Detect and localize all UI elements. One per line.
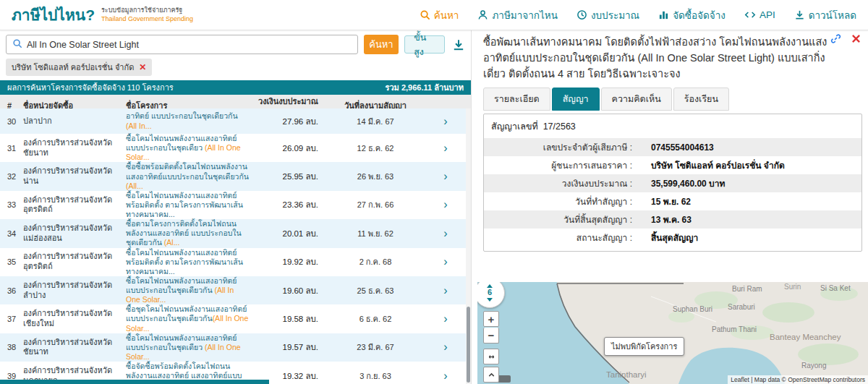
row-number: 35 [0,257,23,266]
row-number: 33 [0,200,23,209]
row-chevron-icon[interactable] [425,227,466,240]
contract-date: 2 ก.ค. 68 [326,255,425,268]
scrollbar-thumb[interactable] [467,307,470,383]
zoom-in-button[interactable]: + [483,311,499,327]
nav-download[interactable]: ดาวน์โหลด [794,7,856,23]
search-match-highlight: (All In... [126,121,152,130]
map-canvas [477,282,868,384]
search-input-icon [12,38,22,51]
agency-name: ปลาปาก [23,116,126,127]
filter-chip[interactable]: บริษัท โซดิแอลท์ คอร์ปอเรชั่น จำกัด ✕ [6,59,152,76]
budget-amount: 27.96 ลบ. [258,115,326,128]
search-box[interactable] [6,35,358,54]
row-chevron-icon[interactable] [425,341,466,354]
row-number: 36 [0,286,23,295]
project-name[interactable]: ซื้อโคมไฟถนนพลังงานแสงอาทิตย์ แบบประกอบใ… [126,276,258,304]
table-scrollbar[interactable] [466,108,471,384]
map-resize-button[interactable] [483,349,499,364]
contract-date: 25 ธ.ค. 63 [326,284,425,297]
project-name[interactable]: ซื้อโคมไฟถนนพลังงานแสงอาทิตย์พร้อมติดตั้… [126,248,258,276]
contract-date: 12 ธ.ค. 62 [326,142,425,155]
code-icon [744,9,756,20]
table-header-row: # ชื่อหน่วยจัดซื้อ ชื่อโครงการ วงเงินงบป… [0,95,471,110]
map-no-coordinates-tooltip: ไม่พบพิกัดโครงการ [604,337,684,356]
budget-amount: 19.58 ลบ. [258,312,326,325]
project-name[interactable]: ซื้อโคมไฟถนนพลังงานแสงอาทิตย์ พร้อมติดตั… [126,191,258,219]
tab-details[interactable]: รายละเอียด [483,88,550,111]
brand-subtitle: ระบบข้อมูลการใช้จ่ายภาครัฐ Thailand Gove… [101,7,193,23]
table-row[interactable]: 34 องค์การบริหารส่วนจังหวัดแม่ฮ่องสอน ซื… [0,219,466,247]
tab-contract[interactable]: สัญญา [552,88,600,111]
project-map[interactable]: Buri Ram Surin Si Sa Ket Suphan Buri Sar… [477,282,868,384]
nav-person[interactable]: ภาษีมาจากไหน [477,7,557,23]
row-number: 31 [0,144,23,153]
zoom-out-button[interactable]: − [483,328,499,344]
nav-code[interactable]: API [744,9,775,20]
download-results-icon[interactable] [452,38,465,51]
row-chevron-icon[interactable] [425,198,466,211]
row-number: 30 [0,117,23,126]
table-bottom-bar [0,380,269,384]
row-chevron-icon[interactable] [425,370,466,383]
nav-bar-chart[interactable]: จัดซื้อจัดจ้าง [658,7,726,23]
search-input[interactable] [27,40,352,50]
table-row[interactable]: 33 องค์การบริหารส่วนจังหวัดอุตรดิตถ์ ซื้… [0,191,466,219]
contract-date: 14 มี.ค. 67 [326,115,425,128]
project-name[interactable]: ซื้อชุดโคมไฟถนนพลังงานแสงอาทิตย์แบบประกอ… [126,304,258,333]
results-total: รวม 2,966.11 ล้านบาท [385,81,464,94]
table-row[interactable]: 38 องค์การบริหารส่วนจังหวัดชัยนาท ซื้อโค… [0,333,466,362]
agency-name: องค์การบริหารส่วนจังหวัดชัยนาท [23,138,126,158]
close-panel-icon[interactable] [851,33,861,44]
map-attribution[interactable]: Leaflet | Map data © OpenStreetMap contr… [728,375,868,384]
project-name[interactable]: ซื้อโคมไฟถนนพลังงานแสงอาทิตย์ แบบประกอบใ… [126,134,258,162]
subtitle-th: ระบบข้อมูลการใช้จ่ายภาครัฐ [101,7,193,14]
field-winner: ผู้ชนะการเสนอราคา : บริษัท โซดิแอลท์ คอร… [484,156,861,174]
project-title: ซื้อพัฒนาเส้นทางคมนาคม โดยติดตั้งไฟฟ้าส่… [483,35,830,82]
contract-card: สัญญาเลขที่ 17/2563 เลขประจำตัวผู้เสียภา… [483,114,862,252]
field-taxpayer-id: เลขประจำตัวผู้เสียภาษี : 0745554004613 [484,138,861,156]
row-chevron-icon[interactable] [425,115,466,128]
contract-number: สัญญาเลขที่ 17/2563 [484,114,861,138]
active-filters: บริษัท โซดิแอลท์ คอร์ปอเรชั่น จำกัด ✕ [0,58,471,80]
table-row[interactable]: 30 ปลาปาก อาทิตย์ แบบประกอบในชุดเดียวกัน… [0,108,466,134]
bar-chart-icon [658,9,669,20]
project-name[interactable]: ซื้อตามโครงการติดตั้งโคมไฟถนนพลังงานแสงอ… [126,219,258,247]
tab-complaints[interactable]: ร้องเรียน [673,88,729,111]
row-number: 39 [0,372,23,380]
table-row[interactable]: 37 องค์การบริหารส่วนจังหวัดเชียงใหม่ ซื้… [0,304,466,333]
search-button[interactable]: ค้นหา [364,35,399,54]
project-name[interactable]: อาทิตย์ แบบประกอบในชุดเดียวกัน (All In..… [126,111,258,130]
project-name[interactable]: ซื้อซื้อพร้อมติดตั้งโคมไฟถนนพลังงานแสงอา… [126,162,258,190]
map-collapse-button[interactable] [483,367,499,383]
row-chevron-icon[interactable] [425,312,466,325]
agency-name: องค์การบริหารส่วนจังหวัดอุตรดิตถ์ [23,252,126,272]
budget-amount: 19.92 ลบ. [258,255,326,268]
remove-filter-icon[interactable]: ✕ [139,63,146,72]
row-chevron-icon[interactable] [425,255,466,268]
agency-name: องค์การบริหารส่วนจังหวัดลำปาง [23,281,126,301]
table-row[interactable]: 36 องค์การบริหารส่วนจังหวัดลำปาง ซื้อโคม… [0,276,466,304]
search-match-highlight: (All... [126,182,143,190]
download-icon [794,9,805,20]
app-logo[interactable]: ภาษีไปไหน? [12,3,95,27]
tab-comments[interactable]: ความคิดเห็น [601,88,672,111]
table-row[interactable]: 35 องค์การบริหารส่วนจังหวัดอุตรดิตถ์ ซื้… [0,248,466,276]
agency-name: องค์การบริหารส่วนจังหวัดเชียงใหม่ [23,309,126,329]
share-link-icon[interactable] [830,33,841,44]
row-chevron-icon[interactable] [425,284,466,297]
row-chevron-icon[interactable] [425,142,466,155]
table-row[interactable]: 31 องค์การบริหารส่วนจังหวัดชัยนาท ซื้อโค… [0,134,466,162]
advanced-search-button[interactable]: ขั้นสูง [404,35,445,54]
table-row[interactable]: 32 องค์การบริหารส่วนจังหวัดน่าน ซื้อซื้อ… [0,162,466,190]
search-row: ค้นหา ขั้นสูง [0,30,471,58]
search-results-panel: ค้นหา ขั้นสูง บริษัท โซดิแอลท์ คอร์ปอเรช… [0,30,472,384]
contract-fields: เลขประจำตัวผู้เสียภาษี : 0745554004613 ผ… [484,138,861,247]
nav-clock[interactable]: งบประมาณ [576,7,639,23]
detail-tabs: รายละเอียด สัญญา ความคิดเห็น ร้องเรียน [483,88,862,111]
field-status: สถานะสัญญา : สิ้นสุดสัญญา [484,229,861,247]
row-chevron-icon[interactable] [425,170,466,183]
nav-search[interactable]: ค้นหา [420,7,459,23]
project-name[interactable]: ซื้อโคมไฟถนนพลังงานแสงอาทิตย์แบบประกอบใน… [126,333,258,362]
pager-down-icon[interactable] [487,298,493,302]
contract-date: 6 ธ.ค. 62 [326,312,425,325]
